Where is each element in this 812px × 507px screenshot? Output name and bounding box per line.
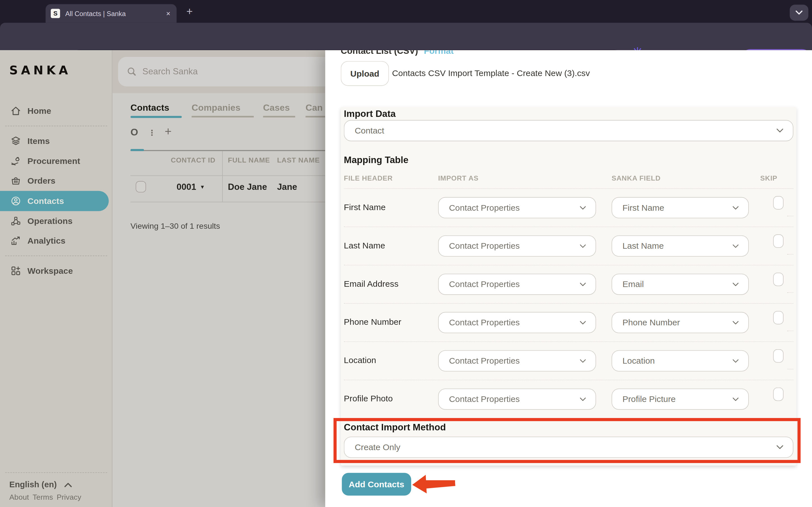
results-count: Viewing 1–30 of 1 results bbox=[131, 221, 220, 231]
sidebar-item-home[interactable]: Home bbox=[0, 101, 109, 121]
import-data-select[interactable]: Contact bbox=[344, 120, 794, 141]
chevron-down-icon bbox=[732, 282, 739, 286]
sidebar-item-workspace[interactable]: Workspace bbox=[0, 261, 109, 281]
sidebar-divider bbox=[5, 256, 107, 256]
sidebar-item-items[interactable]: Items bbox=[0, 131, 109, 151]
import-data-label: Import Data bbox=[344, 109, 396, 120]
new-tab-icon[interactable]: + bbox=[183, 4, 197, 18]
chevron-down-icon bbox=[732, 321, 739, 325]
more-options-icon[interactable]: ⋮ bbox=[148, 128, 156, 138]
mapping-col-sanka-field: SANKA FIELD bbox=[612, 174, 661, 182]
mapping-col-import-as: IMPORT AS bbox=[438, 174, 478, 182]
chevron-down-icon bbox=[579, 359, 586, 363]
import-as-select[interactable]: Contact Properties bbox=[438, 235, 596, 257]
language-selector[interactable]: English (en) bbox=[9, 477, 71, 492]
mapping-table-label: Mapping Table bbox=[344, 155, 409, 166]
search-input[interactable]: Search Sanka bbox=[118, 57, 325, 87]
screen: S All Contacts | Sanka × + bbox=[0, 0, 812, 507]
import-form: Import Data Contact Mapping Table FILE H… bbox=[341, 107, 797, 466]
browser-tab[interactable]: S All Contacts | Sanka × bbox=[46, 4, 177, 23]
import-as-select[interactable]: Contact Properties bbox=[438, 197, 596, 218]
sanka-field-select[interactable]: Profile Picture bbox=[612, 388, 749, 409]
import-as-select[interactable]: Contact Properties bbox=[438, 350, 596, 371]
skip-checkbox[interactable] bbox=[773, 234, 783, 248]
add-view-icon[interactable]: + bbox=[165, 125, 172, 139]
skip-checkbox[interactable] bbox=[773, 311, 783, 325]
import-as-select[interactable]: Contact Properties bbox=[438, 388, 596, 409]
chevron-down-icon bbox=[732, 397, 739, 401]
tab-campaigns[interactable]: Can bbox=[306, 103, 323, 114]
workspace-icon bbox=[10, 265, 21, 276]
about-link[interactable]: About bbox=[9, 493, 29, 501]
mapping-row-location: Location Contact Properties Location bbox=[344, 342, 794, 380]
contact-id-cell[interactable]: 0001▼ bbox=[176, 182, 205, 193]
active-tab-underline bbox=[131, 116, 182, 118]
tab-cases[interactable]: Cases bbox=[263, 103, 290, 114]
import-method-select[interactable]: Create Only bbox=[344, 437, 794, 458]
terms-link[interactable]: Terms bbox=[33, 493, 53, 501]
chevron-down-icon bbox=[776, 128, 783, 133]
add-contacts-button[interactable]: Add Contacts bbox=[342, 473, 411, 496]
mapping-row-first-name: First Name Contact Properties First Name bbox=[344, 189, 794, 227]
import-as-select[interactable]: Contact Properties bbox=[438, 312, 596, 333]
sidebar-divider bbox=[5, 126, 107, 126]
mapping-rows: First Name Contact Properties First Name bbox=[344, 188, 794, 418]
skip-checkbox[interactable] bbox=[773, 196, 783, 210]
row-border bbox=[131, 202, 325, 202]
header-border bbox=[131, 175, 325, 176]
contacts-icon bbox=[10, 195, 21, 207]
upload-button[interactable]: Upload bbox=[341, 61, 389, 86]
sanka-field-select[interactable]: First Name bbox=[612, 197, 749, 218]
mapping-row-last-name: Last Name Contact Properties Last Name bbox=[344, 227, 794, 265]
annotation-arrow-icon bbox=[411, 472, 456, 495]
app-header: Search Sanka bbox=[112, 50, 325, 93]
skip-checkbox[interactable] bbox=[773, 388, 783, 401]
required-asterisk: * bbox=[420, 50, 422, 52]
format-link[interactable]: Format bbox=[424, 50, 454, 56]
import-method-label: Contact Import Method bbox=[344, 422, 446, 433]
sidebar-item-procurement[interactable]: Procurement bbox=[0, 151, 109, 171]
column-header-contact-id[interactable]: CONTACT ID bbox=[131, 156, 215, 164]
import-as-select[interactable]: Contact Properties bbox=[438, 274, 596, 295]
skip-checkbox[interactable] bbox=[773, 273, 783, 286]
last-name-cell: Jane bbox=[277, 182, 297, 193]
sanka-field-select[interactable]: Email bbox=[612, 274, 749, 295]
chevron-down-icon bbox=[579, 244, 586, 248]
orders-icon bbox=[10, 175, 21, 186]
chevron-up-icon bbox=[64, 483, 72, 487]
sidebar-item-orders[interactable]: Orders bbox=[0, 171, 109, 191]
close-tab-icon[interactable]: × bbox=[165, 9, 171, 17]
sidebar-item-operations[interactable]: Operations bbox=[0, 211, 109, 231]
tab-companies[interactable]: Companies bbox=[192, 103, 241, 114]
mapping-row-email: Email Address Contact Properties Email bbox=[344, 265, 794, 304]
sanka-field-select[interactable]: Last Name bbox=[612, 235, 749, 257]
chevron-down-icon bbox=[579, 397, 586, 401]
chevron-down-icon bbox=[732, 359, 739, 363]
analytics-icon bbox=[10, 235, 21, 246]
tab-title: All Contacts | Sanka bbox=[65, 10, 165, 17]
sanka-field-select[interactable]: Location bbox=[612, 350, 749, 371]
sidebar-item-analytics[interactable]: Analytics bbox=[0, 231, 109, 251]
sidebar-divider bbox=[5, 472, 107, 473]
tab-contacts[interactable]: Contacts bbox=[131, 103, 169, 114]
search-icon bbox=[127, 67, 137, 76]
privacy-link[interactable]: Privacy bbox=[57, 493, 81, 501]
column-header-full-name[interactable]: FULL NAME bbox=[228, 156, 270, 164]
tab-search-chevron-icon[interactable] bbox=[790, 5, 808, 21]
caret-down-icon[interactable]: ▼ bbox=[200, 184, 205, 190]
chevron-down-icon bbox=[579, 206, 586, 210]
browser-toolbar: app.sanka.io/contacts/ 9+ I bbox=[0, 23, 812, 50]
sidebar-item-contacts[interactable]: Contacts bbox=[0, 191, 109, 211]
view-tab-icon[interactable]: O bbox=[131, 127, 138, 138]
sidebar: SANKA Home Items Procurement bbox=[0, 50, 112, 507]
column-divider bbox=[222, 151, 223, 202]
sanka-field-select[interactable]: Phone Number bbox=[612, 312, 749, 333]
chevron-down-icon bbox=[579, 321, 586, 325]
row-checkbox[interactable] bbox=[136, 181, 146, 192]
mapping-col-skip: SKIP bbox=[760, 174, 777, 182]
skip-checkbox[interactable] bbox=[773, 349, 783, 363]
mapping-row-profile-photo: Profile Photo Contact Properties Profile… bbox=[344, 380, 794, 418]
csv-field-label: Contact List (CSV)*Format bbox=[341, 50, 454, 56]
column-header-last-name[interactable]: LAST NAME bbox=[277, 156, 320, 164]
active-view-underline bbox=[131, 149, 144, 151]
